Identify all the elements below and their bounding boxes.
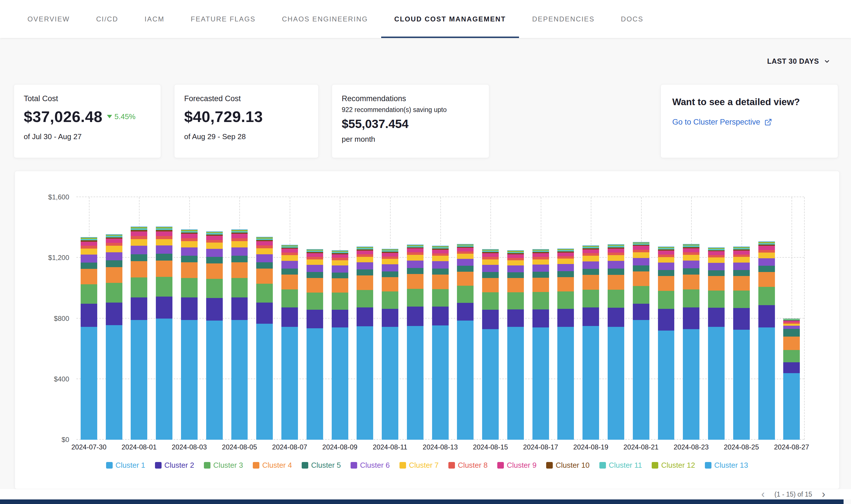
bar-segment bbox=[407, 289, 423, 307]
bar-segment bbox=[106, 267, 122, 283]
y-axis-label: $1,200 bbox=[48, 254, 69, 262]
bar-2024-08-23[interactable] bbox=[679, 197, 704, 440]
cluster-perspective-link[interactable]: Go to Cluster Perspective bbox=[672, 118, 827, 127]
bar-2024-08-09[interactable] bbox=[327, 197, 352, 440]
bar-segment bbox=[131, 239, 147, 246]
bar-segment bbox=[432, 289, 449, 307]
bar-segment bbox=[106, 303, 122, 325]
bar-2024-08-13[interactable] bbox=[428, 197, 453, 440]
bar-2024-08-21[interactable] bbox=[628, 197, 654, 440]
legend-item-cluster-5[interactable]: Cluster 5 bbox=[302, 461, 341, 470]
bar-segment bbox=[758, 258, 775, 266]
y-axis: $0$400$800$1,200$1,600 bbox=[15, 197, 69, 440]
delta-percent: 5.45% bbox=[115, 112, 136, 121]
tab-ci-cd[interactable]: CI/CD bbox=[83, 0, 131, 38]
bar-segment bbox=[357, 269, 373, 275]
legend-label: Cluster 5 bbox=[311, 461, 341, 470]
bar-2024-08-25[interactable] bbox=[729, 197, 754, 440]
bar-2024-08-24[interactable] bbox=[704, 197, 729, 440]
legend-item-cluster-9[interactable]: Cluster 9 bbox=[497, 461, 536, 470]
bar-2024-08-12[interactable] bbox=[403, 197, 428, 440]
legend-item-cluster-11[interactable]: Cluster 11 bbox=[600, 461, 642, 470]
bar-2024-08-27[interactable] bbox=[779, 197, 804, 440]
legend-item-cluster-6[interactable]: Cluster 6 bbox=[351, 461, 390, 470]
bar-segment bbox=[683, 260, 699, 268]
tab-dependencies[interactable]: DEPENDENCIES bbox=[519, 0, 608, 38]
bar-2024-08-03[interactable] bbox=[177, 197, 202, 440]
bar-2024-08-18[interactable] bbox=[553, 197, 578, 440]
recommendations-period: per month bbox=[342, 135, 479, 144]
tab-iacm[interactable]: IACM bbox=[131, 0, 178, 38]
legend-item-cluster-12[interactable]: Cluster 12 bbox=[652, 461, 695, 470]
bar-segment bbox=[131, 277, 147, 298]
bar-2024-08-22[interactable] bbox=[654, 197, 679, 440]
bar-2024-08-10[interactable] bbox=[352, 197, 378, 440]
bar-segment bbox=[783, 350, 800, 363]
bar-segment bbox=[608, 255, 624, 261]
time-range-dropdown[interactable]: LAST 30 DAYS bbox=[767, 57, 830, 66]
bar-segment bbox=[557, 277, 574, 291]
external-link-icon bbox=[764, 118, 772, 126]
legend-item-cluster-2[interactable]: Cluster 2 bbox=[155, 461, 194, 470]
pagination-prev-icon[interactable]: ‹ bbox=[761, 489, 765, 500]
bar-2024-08-11[interactable] bbox=[378, 197, 403, 440]
bar-segment bbox=[156, 319, 172, 440]
bar-segment bbox=[332, 258, 348, 260]
bar-segment bbox=[733, 257, 750, 263]
bar-segment bbox=[181, 278, 197, 298]
bar-2024-08-14[interactable] bbox=[453, 197, 478, 440]
bar-2024-08-05[interactable] bbox=[227, 197, 252, 440]
bar-2024-07-30[interactable] bbox=[76, 197, 102, 440]
bar-segment bbox=[156, 231, 172, 236]
legend-swatch bbox=[497, 462, 504, 469]
bar-2024-08-04[interactable] bbox=[202, 197, 227, 440]
tab-feature-flags[interactable]: FEATURE FLAGS bbox=[178, 0, 269, 38]
bar-2024-08-17[interactable] bbox=[528, 197, 553, 440]
x-axis-label: 2024-08-27 bbox=[774, 443, 809, 451]
legend-item-cluster-4[interactable]: Cluster 4 bbox=[253, 461, 292, 470]
tab-docs[interactable]: DOCS bbox=[608, 0, 657, 38]
bar-2024-08-15[interactable] bbox=[478, 197, 503, 440]
bar-2024-08-01[interactable] bbox=[127, 197, 152, 440]
bar-2024-08-08[interactable] bbox=[302, 197, 327, 440]
bar-segment bbox=[633, 252, 649, 258]
bar-2024-08-19[interactable] bbox=[578, 197, 603, 440]
legend-label: Cluster 4 bbox=[262, 461, 292, 470]
bar-segment bbox=[307, 278, 323, 292]
bar-2024-08-06[interactable] bbox=[252, 197, 277, 440]
bar-segment bbox=[633, 258, 649, 266]
bar-2024-07-31[interactable] bbox=[102, 197, 127, 440]
bar-segment bbox=[407, 268, 423, 274]
y-axis-label: $400 bbox=[54, 375, 69, 383]
bar-segment bbox=[432, 274, 449, 289]
legend-item-cluster-7[interactable]: Cluster 7 bbox=[399, 461, 439, 470]
legend-item-cluster-1[interactable]: Cluster 1 bbox=[106, 461, 145, 470]
bar-2024-08-02[interactable] bbox=[152, 197, 177, 440]
bar-segment bbox=[783, 362, 800, 373]
legend-item-cluster-13[interactable]: Cluster 13 bbox=[705, 461, 748, 470]
tab-overview[interactable]: OVERVIEW bbox=[14, 0, 83, 38]
bar-segment bbox=[457, 286, 473, 303]
legend-item-cluster-3[interactable]: Cluster 3 bbox=[204, 461, 243, 470]
bar-2024-08-26[interactable] bbox=[754, 197, 779, 440]
bar-segment bbox=[683, 274, 699, 289]
bar-segment bbox=[583, 269, 599, 275]
tab-cloud-cost-management[interactable]: CLOUD COST MANAGEMENT bbox=[381, 0, 519, 38]
legend-item-cluster-10[interactable]: Cluster 10 bbox=[546, 461, 590, 470]
bar-segment bbox=[407, 260, 423, 268]
top-nav: OVERVIEWCI/CDIACMFEATURE FLAGSCHAOS ENGI… bbox=[0, 0, 851, 38]
bar-segment bbox=[758, 250, 775, 253]
pagination-next-icon[interactable]: › bbox=[822, 489, 825, 500]
legend-item-cluster-8[interactable]: Cluster 8 bbox=[448, 461, 488, 470]
bar-segment bbox=[457, 266, 473, 271]
bar-segment bbox=[382, 291, 398, 309]
bar-segment bbox=[156, 239, 172, 246]
bar-2024-08-07[interactable] bbox=[277, 197, 302, 440]
bar-segment bbox=[106, 260, 122, 267]
tab-chaos-engineering[interactable]: CHAOS ENGINEERING bbox=[269, 0, 381, 38]
bar-2024-08-16[interactable] bbox=[503, 197, 528, 440]
bar-segment bbox=[231, 256, 248, 262]
bar-segment bbox=[583, 326, 599, 440]
bar-segment bbox=[758, 327, 775, 440]
bar-2024-08-20[interactable] bbox=[603, 197, 628, 440]
